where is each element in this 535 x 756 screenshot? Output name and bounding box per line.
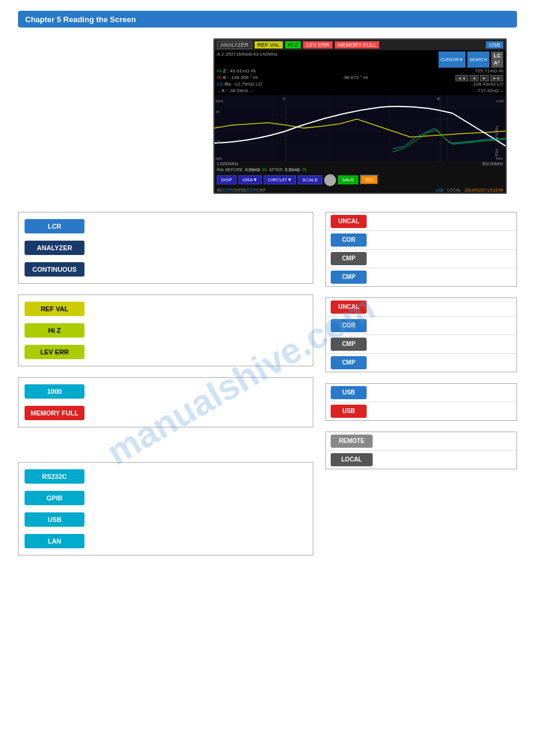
mem1000-row: 1000 [25,382,307,400]
graph-btn[interactable]: GRA▼ [238,175,262,184]
header-bar: Chapter 5 Reading the Screen [18,11,517,28]
analyzer-row-item: ANALYZER [25,239,307,257]
tag-hiz: Hi Z [285,41,301,48]
uncal1-btn[interactable]: UNCAL [331,215,367,228]
analyzer-status-bar: AC COR CMP DC COR CMP USB LOCAL 2014/01/… [214,187,506,193]
usb-iface-btn[interactable]: USB [25,512,84,527]
nav-right2[interactable]: ►► [490,75,503,81]
analyzer-btn[interactable]: ANALYZER [25,241,84,255]
rdc-before-unit: IN [262,168,267,172]
tag-refval: REF VAL [255,41,283,48]
leverr-row: LEV ERR [25,343,307,361]
hiz-btn[interactable]: Hi Z [25,323,84,338]
rig-btn[interactable]: RIG [360,175,378,185]
hiz-row: Hi Z [25,321,307,339]
mode-section: LCR ANALYZER CONTINUOUS [18,212,313,284]
cal-group2-section: UNCAL COR CMP CMP [325,297,517,372]
status-date: 2014/01/07 10:13:04 [465,188,503,192]
status-local: LOCAL [448,188,461,192]
freq-end: 300.00MHz [482,162,503,166]
scale-btn[interactable]: SCALE [298,175,322,184]
rs232c-row: RS232C [25,467,307,485]
warning-section: REF VAL Hi Z LEV ERR [18,294,313,366]
svg-text:MAX: MAX [216,99,223,103]
cmp3-row: CMP [326,335,516,354]
status-dc: DC [241,188,247,192]
refval-btn[interactable]: REF VAL [25,302,84,316]
svg-text:0: 0 [216,125,218,129]
cmp1-btn[interactable]: CMP [331,252,367,265]
disp-btn[interactable]: DISP [217,175,237,184]
analyzer-freq-bar: 1.0000MHz 300.00MHz [214,161,506,166]
search-btn[interactable]: SEARCH [467,51,489,68]
memfull-btn[interactable]: MEMORY FULL [25,406,84,420]
save-btn[interactable]: SAVE [338,175,359,184]
cmp1-row: CMP [326,250,516,268]
cor2-btn[interactable]: COR [331,319,367,332]
usb-normal-row: USB [326,384,516,402]
memfull-row: MEMORY FULL [25,404,307,422]
cmp4-row: CMP [326,354,516,372]
nav-left2[interactable]: ◄ [470,75,479,81]
svg-text:FILE: FILE [495,149,498,157]
leverr-btn[interactable]: LEV ERR [25,345,84,359]
usb-iface-row: USB [25,511,307,529]
svg-text:MIN: MIN [496,157,503,160]
nav-left1[interactable]: ◄◄ [455,75,468,81]
left-column: LCR ANALYZER CONTINUOUS REF VAL [18,212,313,566]
uncal2-btn[interactable]: UNCAL [331,300,367,314]
svg-text:B: B [437,97,440,101]
svg-text:1300: 1300 [496,99,504,103]
gpib-btn[interactable]: GPIB [25,491,84,505]
cor1-btn[interactable]: COR [331,233,367,247]
local-row: LOCAL [326,451,516,469]
status-cor1: COR [223,188,232,192]
tag-leverr: LEV ERR [303,41,333,48]
rdc-bar: Rdc BEFORE 0.00mΩ IN AFTER 0.00mΩ IN [214,166,506,173]
cal-group1-section: UNCAL COR CMP CMP [325,212,517,287]
remote-btn[interactable]: REMOTE [331,435,373,448]
tag-analyzer: ANALYZER [217,41,252,49]
svg-text:SETUP: SETUP [495,128,498,140]
cmp2-btn[interactable]: CMP [331,271,367,284]
analyzer-graph: MAX 25 0 -25 MIN 1300 0 MIN A B SETUP FI… [214,95,506,161]
cmp3-btn[interactable]: CMP [331,338,367,351]
status-ac: AC [217,188,223,192]
tag-usb-top: USB [486,41,503,48]
cursor-btn[interactable]: CURSOR▼ [439,51,466,68]
local-btn[interactable]: LOCAL [331,453,373,466]
lcr-btn[interactable]: LCR [25,219,84,233]
rdc-label: Rdc BEFORE [217,168,243,172]
rdc-after-label: AFTER [269,168,283,172]
circle-btn[interactable] [324,174,336,186]
remote-row: REMOTE [326,432,516,451]
analyzer-data: A:2.35271MHz B:43.142MHz CURSOR▼ SEARCH … [214,50,506,95]
rdc-after-val: 0.00mΩ [285,168,300,172]
cor1-row: COR [326,231,516,250]
analyzer-top-bar: ANALYZER REF VAL Hi Z LEV ERR MEMORY FUL… [214,40,506,50]
uncal1-row: UNCAL [326,212,516,231]
cmp4-btn[interactable]: CMP [331,356,367,369]
refval-row: REF VAL [25,300,307,318]
remote-section: REMOTE LOCAL [325,432,517,469]
status-cor2: COR [247,188,257,192]
analyzer-screen: ANALYZER REF VAL Hi Z LEV ERR MEMORY FUL… [213,38,507,194]
cmp2-row: CMP [326,268,516,286]
svg-text:A: A [283,97,285,101]
right-column: UNCAL COR CMP CMP UNCAL COR [325,212,517,566]
lan-btn[interactable]: LAN [25,534,84,548]
usb-normal-btn[interactable]: USB [331,386,367,399]
continuous-btn[interactable]: CONTINUOUS [25,262,84,277]
header-title: Chapter 5 Reading the Screen [25,15,136,24]
gpib-row: GPIB [25,489,307,507]
mem1000-btn[interactable]: 1000 [25,384,84,399]
rs232c-btn[interactable]: RS232C [25,469,84,484]
tag-memfull: MEMORY FULL [335,41,380,48]
nav-right1[interactable]: ► [480,75,489,81]
rdc-before-val: 0.00mΩ [245,168,260,172]
usb-status-section: USB USB [325,383,517,421]
rdc-after-unit: IN [303,168,307,172]
cor2-row: COR [326,317,516,335]
circuit-btn[interactable]: CIRCUIT▼ [264,175,296,184]
usb-error-btn[interactable]: USB [331,405,367,418]
